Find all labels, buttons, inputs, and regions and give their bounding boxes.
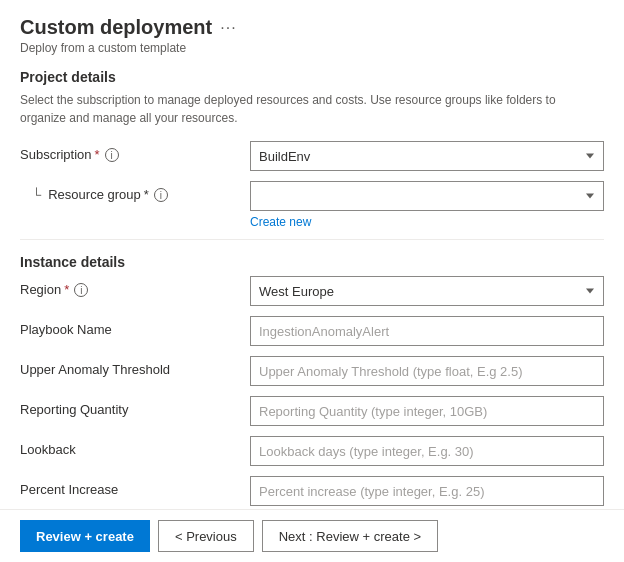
previous-button[interactable]: < Previous: [158, 520, 254, 552]
reporting-quantity-input[interactable]: [250, 396, 604, 426]
more-options-icon[interactable]: ···: [220, 19, 236, 37]
upper-anomaly-field: [250, 356, 604, 386]
resource-group-info-icon[interactable]: i: [154, 188, 168, 202]
subscription-select[interactable]: BuildEnv: [250, 141, 604, 171]
resource-group-required: *: [144, 187, 149, 202]
subscription-info-icon[interactable]: i: [105, 148, 119, 162]
playbook-name-input[interactable]: [250, 316, 604, 346]
playbook-name-field: [250, 316, 604, 346]
instance-details-title: Instance details: [20, 254, 604, 270]
review-create-button[interactable]: Review + create: [20, 520, 150, 552]
section-divider: [20, 239, 604, 240]
upper-anomaly-input[interactable]: [250, 356, 604, 386]
project-details-title: Project details: [20, 69, 604, 85]
resource-group-field: Create new: [250, 181, 604, 229]
resource-group-label: └ Resource group * i: [20, 181, 240, 202]
subscription-label: Subscription * i: [20, 141, 240, 162]
percent-increase-input[interactable]: [250, 476, 604, 506]
page-title: Custom deployment: [20, 16, 212, 39]
project-details-desc: Select the subscription to manage deploy…: [20, 91, 604, 127]
lookback-label: Lookback: [20, 436, 240, 457]
next-button[interactable]: Next : Review + create >: [262, 520, 438, 552]
region-select[interactable]: West Europe: [250, 276, 604, 306]
page-subtitle: Deploy from a custom template: [20, 41, 604, 55]
lookback-field: [250, 436, 604, 466]
resource-group-select[interactable]: [250, 181, 604, 211]
reporting-quantity-label: Reporting Quantity: [20, 396, 240, 417]
percent-increase-label: Percent Increase: [20, 476, 240, 497]
lookback-input[interactable]: [250, 436, 604, 466]
subscription-required: *: [95, 147, 100, 162]
region-required: *: [64, 282, 69, 297]
create-new-link[interactable]: Create new: [250, 215, 311, 229]
region-info-icon[interactable]: i: [74, 283, 88, 297]
percent-increase-field: [250, 476, 604, 506]
footer-bar: Review + create < Previous Next : Review…: [0, 509, 624, 562]
region-field: West Europe: [250, 276, 604, 306]
reporting-quantity-field: [250, 396, 604, 426]
region-label: Region * i: [20, 276, 240, 297]
playbook-name-label: Playbook Name: [20, 316, 240, 337]
upper-anomaly-label: Upper Anomaly Threshold: [20, 356, 240, 377]
subscription-field: BuildEnv: [250, 141, 604, 171]
